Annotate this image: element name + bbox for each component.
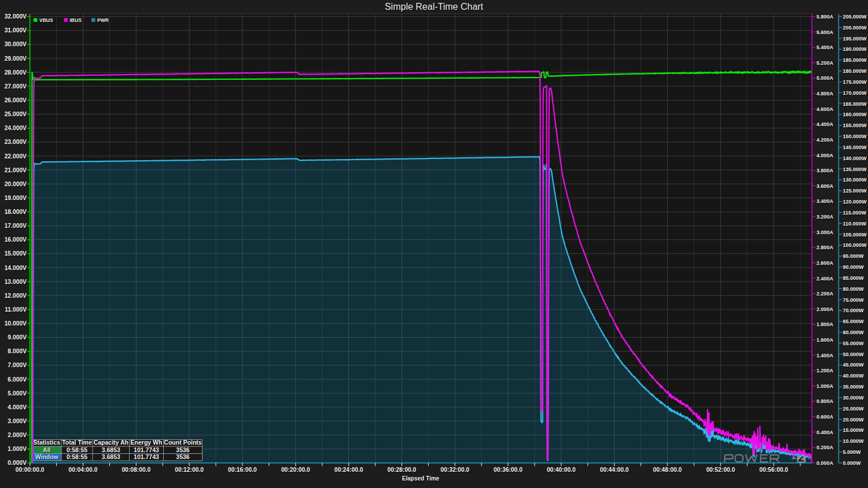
svg-text:26.000V: 26.000V: [5, 97, 27, 103]
svg-text:35.000W: 35.000W: [843, 384, 865, 390]
svg-text:00:12:00.0: 00:12:00.0: [175, 467, 204, 473]
svg-text:Count Points: Count Points: [164, 439, 201, 446]
svg-text:145.000W: 145.000W: [843, 145, 867, 150]
svg-text:15.000V: 15.000V: [5, 250, 27, 257]
svg-text:00:48:00.0: 00:48:00.0: [653, 467, 682, 473]
svg-text:27.000V: 27.000V: [5, 83, 27, 90]
svg-text:12.000V: 12.000V: [5, 293, 27, 299]
svg-text:5.800A: 5.800A: [816, 14, 834, 20]
svg-text:101.7743: 101.7743: [134, 446, 159, 453]
svg-text:0.000A: 0.000A: [816, 460, 834, 466]
svg-text:190.000W: 190.000W: [843, 46, 867, 52]
svg-text:0:58:55: 0:58:55: [67, 446, 87, 453]
svg-text:4.200A: 4.200A: [816, 137, 834, 143]
svg-text:1.400A: 1.400A: [816, 353, 834, 358]
svg-text:0.800A: 0.800A: [816, 398, 834, 404]
svg-text:5.200A: 5.200A: [816, 60, 834, 66]
svg-text:115.000W: 115.000W: [843, 210, 867, 216]
svg-text:160.000W: 160.000W: [843, 112, 867, 117]
svg-text:13.000V: 13.000V: [5, 279, 27, 285]
svg-text:0.600A: 0.600A: [816, 414, 834, 420]
svg-text:25.000W: 25.000W: [843, 406, 865, 412]
svg-text:VBUS: VBUS: [39, 17, 53, 23]
svg-text:3.200A: 3.200A: [816, 214, 834, 220]
svg-text:3.000V: 3.000V: [8, 418, 27, 424]
svg-text:95.000W: 95.000W: [843, 253, 865, 259]
svg-text:140.000W: 140.000W: [843, 156, 867, 161]
svg-text:00:40:00.0: 00:40:00.0: [547, 467, 576, 473]
svg-text:Simple Real-Time Chart: Simple Real-Time Chart: [385, 2, 484, 12]
svg-text:15.000W: 15.000W: [843, 427, 865, 433]
svg-text:120.000W: 120.000W: [843, 199, 867, 205]
svg-text:20.000W: 20.000W: [843, 417, 865, 423]
svg-text:3536: 3536: [176, 453, 190, 460]
svg-text:2.200A: 2.200A: [816, 291, 834, 297]
svg-text:00:00:00.0: 00:00:00.0: [16, 467, 45, 473]
svg-text:70.000W: 70.000W: [843, 308, 865, 313]
svg-text:22.000V: 22.000V: [5, 153, 27, 160]
svg-text:1.000A: 1.000A: [816, 383, 834, 389]
svg-text:00:16:00.0: 00:16:00.0: [228, 467, 257, 473]
svg-text:2.000A: 2.000A: [816, 306, 834, 312]
svg-text:30.000V: 30.000V: [5, 41, 27, 47]
svg-text:16.000V: 16.000V: [5, 236, 27, 243]
svg-text:00:08:00.0: 00:08:00.0: [122, 467, 150, 473]
svg-text:1.800A: 1.800A: [816, 321, 834, 327]
svg-text:23.000V: 23.000V: [5, 139, 27, 145]
svg-text:17.000V: 17.000V: [5, 223, 27, 229]
svg-text:21.000V: 21.000V: [5, 167, 27, 173]
svg-text:5.000V: 5.000V: [8, 390, 27, 397]
svg-text:4.400A: 4.400A: [816, 121, 834, 127]
svg-text:32.000V: 32.000V: [5, 13, 27, 20]
svg-text:19.000V: 19.000V: [5, 195, 27, 201]
svg-text:IBUS: IBUS: [70, 17, 82, 23]
svg-text:40.000W: 40.000W: [843, 373, 865, 379]
svg-text:10.000W: 10.000W: [843, 438, 865, 444]
svg-text:101.7743: 101.7743: [134, 453, 159, 460]
svg-text:20.000V: 20.000V: [5, 181, 27, 187]
svg-text:00:56:00.0: 00:56:00.0: [759, 467, 788, 473]
svg-text:31.000V: 31.000V: [5, 27, 27, 34]
svg-text:Elapsed Time: Elapsed Time: [402, 475, 440, 482]
svg-text:0:58:55: 0:58:55: [67, 453, 87, 460]
svg-text:28.000V: 28.000V: [5, 69, 27, 76]
svg-text:Energy Wh: Energy Wh: [131, 439, 163, 446]
svg-text:205.000W: 205.000W: [843, 14, 867, 20]
svg-text:30.000W: 30.000W: [843, 395, 865, 401]
svg-text:175.000W: 175.000W: [843, 79, 867, 85]
svg-text:65.000W: 65.000W: [843, 319, 865, 324]
svg-text:1.200A: 1.200A: [816, 368, 834, 374]
svg-text:4.600A: 4.600A: [816, 106, 834, 112]
svg-text:200.000W: 200.000W: [843, 25, 867, 31]
svg-text:85.000W: 85.000W: [843, 275, 865, 281]
svg-text:6.000V: 6.000V: [8, 376, 27, 383]
svg-text:2.000V: 2.000V: [8, 432, 27, 438]
svg-text:11.000V: 11.000V: [5, 306, 27, 313]
svg-text:150.000W: 150.000W: [843, 134, 867, 139]
svg-text:0.000W: 0.000W: [843, 460, 862, 466]
svg-text:10.000V: 10.000V: [5, 320, 27, 327]
svg-text:00:20:00.0: 00:20:00.0: [281, 467, 310, 473]
svg-text:75.000W: 75.000W: [843, 297, 865, 303]
svg-text:5.000W: 5.000W: [843, 449, 862, 455]
svg-text:60.000W: 60.000W: [843, 330, 865, 335]
svg-text:PWR: PWR: [97, 17, 109, 23]
svg-text:0.400A: 0.400A: [816, 430, 834, 435]
svg-text:Capacity Ah: Capacity Ah: [94, 439, 128, 446]
svg-text:00:04:00.0: 00:04:00.0: [69, 467, 98, 473]
svg-text:8.000V: 8.000V: [8, 348, 27, 354]
svg-text:3.000A: 3.000A: [816, 230, 834, 235]
svg-text:Total Time: Total Time: [62, 439, 92, 446]
svg-text:00:52:00.0: 00:52:00.0: [706, 467, 735, 473]
svg-text:3.800A: 3.800A: [816, 168, 834, 173]
svg-text:4.000V: 4.000V: [8, 404, 27, 411]
svg-text:5.000A: 5.000A: [816, 75, 834, 81]
svg-text:0.200A: 0.200A: [816, 445, 834, 450]
svg-text:00:24:00.0: 00:24:00.0: [334, 467, 363, 473]
svg-text:1.600A: 1.600A: [816, 337, 834, 343]
svg-text:185.000W: 185.000W: [843, 57, 867, 63]
svg-text:130.000W: 130.000W: [843, 177, 867, 183]
svg-text:25.000V: 25.000V: [5, 111, 27, 117]
svg-text:125.000W: 125.000W: [843, 188, 867, 194]
svg-text:2.800A: 2.800A: [816, 245, 834, 250]
